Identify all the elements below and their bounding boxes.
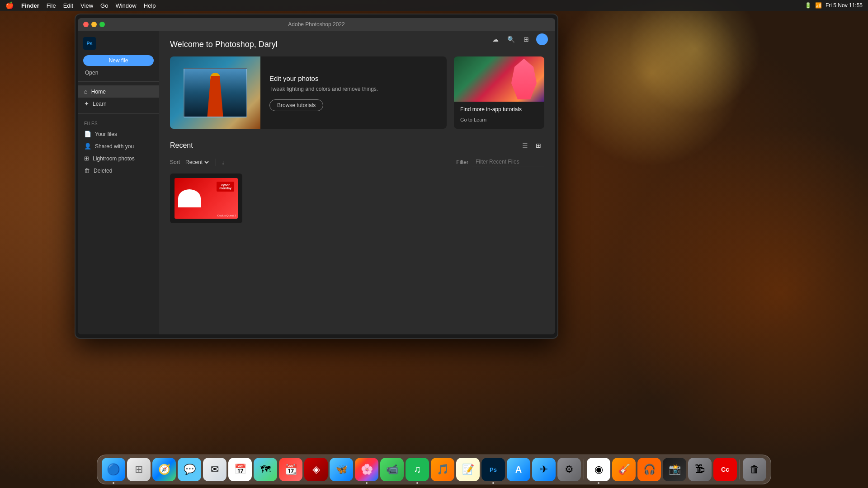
dock-item-mail[interactable]: ✉ — [203, 458, 226, 481]
sidebar-learn[interactable]: ✦ Learn — [78, 98, 159, 110]
lightroom-icon: ⊞ — [84, 155, 89, 162]
dock-item-facetime[interactable]: 📹 — [380, 458, 404, 481]
menubar-go[interactable]: Go — [100, 2, 108, 9]
cyber-monday-image: cyber monday Oculus Quest 2 — [175, 178, 238, 219]
dock-dot-photoshop — [492, 482, 494, 484]
laptop-bezel: Adobe Photoshop 2022 Ps New file Open ⌂ … — [75, 14, 558, 339]
dock-item-garageband[interactable]: 🎸 — [612, 458, 636, 481]
vertical-divider — [216, 159, 216, 166]
dock-item-appstore[interactable]: A — [507, 458, 530, 481]
dock-item-launchpad[interactable]: ⊞ — [127, 458, 151, 481]
person-body — [204, 76, 226, 117]
menubar-wifi: 📶 — [815, 2, 822, 9]
dock-item-testflight[interactable]: ✈ — [532, 458, 556, 481]
recent-controls: Sort Recent ↓ Filter — [170, 158, 544, 166]
dock-dot-finder — [113, 482, 114, 484]
browse-tutorials-button[interactable]: Browse tutorials — [269, 99, 323, 111]
trash-icon: 🗑 — [84, 167, 90, 174]
dock-item-safari[interactable]: 🧭 — [152, 458, 176, 481]
grid-view-button[interactable]: ⊞ — [533, 140, 544, 151]
sidebar-your-files[interactable]: 📄 Your files — [78, 128, 159, 140]
menubar-edit[interactable]: Edit — [63, 2, 73, 9]
dock-item-calendar[interactable]: 📅 — [228, 458, 252, 481]
deleted-label: Deleted — [94, 168, 112, 174]
dock-item-spotify[interactable]: ♫ — [406, 458, 429, 481]
dock-item-finder[interactable]: 🔵 — [102, 458, 125, 481]
dock-item-notes[interactable]: 📝 — [456, 458, 480, 481]
minimize-button[interactable] — [91, 22, 97, 27]
search-icon[interactable]: 🔍 — [505, 34, 516, 45]
suggestion-card-main: Edit your photos Tweak lighting and colo… — [170, 56, 447, 129]
dock-item-trash[interactable]: 🗑 — [743, 458, 766, 481]
dock-separator-2 — [740, 460, 740, 479]
recent-file-card[interactable]: cyber monday Oculus Quest 2 — [170, 174, 242, 223]
fullscreen-button[interactable] — [99, 22, 105, 27]
list-view-button[interactable]: ☰ — [519, 140, 531, 151]
dock-item-messages[interactable]: 💬 — [178, 458, 201, 481]
suggestion-img-inner — [184, 68, 247, 117]
dock-item-photoshop[interactable]: Ps — [481, 458, 505, 481]
user-avatar[interactable] — [536, 33, 548, 45]
apple-menu[interactable]: 🍎 — [5, 1, 14, 9]
apps-icon[interactable]: ⊞ — [521, 34, 532, 45]
flamingo-decoration — [508, 59, 540, 99]
sort-dropdown[interactable]: Recent — [184, 159, 210, 166]
dock-item-chrome[interactable]: ◉ — [587, 458, 610, 481]
dock-item-screensnap[interactable]: 📸 — [663, 458, 686, 481]
suggestion-text: Edit your photos Tweak lighting and colo… — [260, 56, 387, 129]
sidebar-deleted[interactable]: 🗑 Deleted — [78, 164, 159, 177]
filter-input[interactable] — [472, 158, 544, 166]
ps-sidebar: Ps New file Open ⌂ Home ✦ Learn FILES 📄 … — [78, 31, 159, 334]
dock-item-creative-cloud[interactable]: Cc — [713, 458, 737, 481]
menubar-file[interactable]: File — [47, 2, 56, 9]
menubar-view[interactable]: View — [80, 2, 93, 9]
file-thumbnail: cyber monday Oculus Quest 2 — [170, 174, 242, 223]
dock-item-app[interactable]: ◈ — [304, 458, 328, 481]
ps-logo-area: Ps — [78, 35, 159, 55]
sidebar-lightroom[interactable]: ⊞ Lightroom photos — [78, 152, 159, 164]
ps-topbar-icons: ☁ 🔍 ⊞ — [490, 33, 548, 45]
sidebar-learn-label: Learn — [93, 101, 107, 107]
close-button[interactable] — [83, 22, 89, 27]
suggestion-image — [170, 56, 260, 129]
open-button[interactable]: Open — [78, 68, 159, 78]
menubar-window[interactable]: Window — [115, 2, 136, 9]
shared-label: Shared with you — [95, 143, 134, 150]
dock-item-headphones[interactable]: 🎧 — [637, 458, 661, 481]
sidebar-home[interactable]: ⌂ Home — [78, 85, 159, 98]
dock-item-capo[interactable]: 🎵 — [431, 458, 454, 481]
new-file-button[interactable]: New file — [83, 55, 154, 66]
ps-titlebar: Adobe Photoshop 2022 — [78, 18, 555, 31]
menubar-time: Fri 5 Nov 11:55 — [826, 2, 863, 9]
ps-logo: Ps — [83, 37, 96, 50]
lightroom-label: Lightroom photos — [93, 155, 135, 162]
sidebar-divider-2 — [78, 113, 159, 114]
suggestions-section: ∧ Hide suggestions — [170, 56, 544, 129]
your-files-label: Your files — [95, 131, 117, 137]
view-toggle: ☰ ⊞ — [519, 140, 544, 151]
sort-direction-icon[interactable]: ↓ — [222, 159, 225, 166]
menubar-help[interactable]: Help — [144, 2, 156, 9]
dock-dot-spotify — [416, 482, 418, 484]
suggestions-row: Edit your photos Tweak lighting and colo… — [170, 56, 544, 129]
dock-dot-photos — [366, 482, 368, 484]
dock-item-maps[interactable]: 🗺 — [254, 458, 277, 481]
sidebar-shared[interactable]: 👤 Shared with you — [78, 140, 159, 152]
ps-content: ☁ 🔍 ⊞ Welcome to Photoshop, Daryl ∧ Hide… — [159, 31, 555, 334]
dock-item-fantastical[interactable]: 📆 — [279, 458, 302, 481]
ps-window-title: Adobe Photoshop 2022 — [288, 21, 344, 28]
ps-main-layout: Ps New file Open ⌂ Home ✦ Learn FILES 📄 … — [78, 31, 555, 334]
menubar-finder[interactable]: Finder — [21, 2, 39, 9]
home-icon: ⌂ — [84, 88, 88, 95]
suggestion-card-side: Find more in-app tutorials Go to Learn — [454, 56, 544, 129]
cloud-icon[interactable]: ☁ — [490, 34, 501, 45]
mac-dock: 🔵 ⊞ 🧭 💬 ✉ 📅 🗺 📆 ◈ 🦋 🌸 — [97, 455, 771, 484]
dock-item-compressor[interactable]: 🦋 — [330, 458, 353, 481]
vr-headset — [178, 189, 201, 207]
dock-item-system-prefs[interactable]: ⚙ — [557, 458, 581, 481]
files-section-label: FILES — [78, 117, 159, 128]
dock-item-archive[interactable]: 🗜 — [688, 458, 712, 481]
filter-area: Filter — [456, 158, 544, 166]
dock-item-photos[interactable]: 🌸 — [355, 458, 378, 481]
go-to-learn-link[interactable]: Go to Learn — [460, 117, 486, 122]
